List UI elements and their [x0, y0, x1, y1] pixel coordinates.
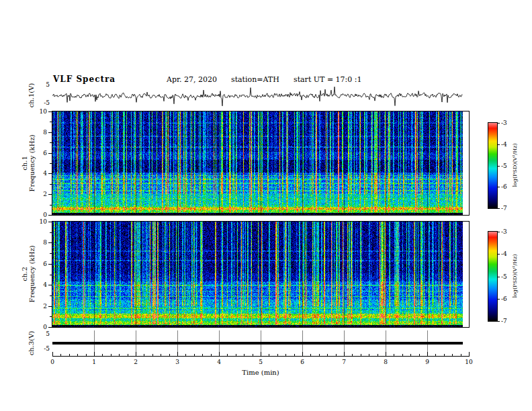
- ch1-voltage-axis-label: ch.1(V): [28, 83, 35, 108]
- x-minor-tick: [244, 354, 245, 356]
- ch1-colorbar-tick-label: -4: [501, 141, 513, 148]
- ch1-freq-tick-label: 0: [36, 212, 47, 218]
- ch3-minute-gridline: [261, 330, 261, 356]
- ch1-freq-major-tick: [48, 153, 52, 154]
- ch2-freq-minor-tick: [50, 253, 52, 254]
- x-minor-tick: [319, 354, 320, 356]
- ch2-colorbar-tick-label: -4: [501, 250, 513, 257]
- ch2-freq-minor-tick: [50, 232, 52, 233]
- x-minor-tick: [294, 354, 295, 356]
- ch2-colorbar-canvas: [488, 232, 497, 321]
- ch1-freq-minor-tick: [50, 163, 52, 164]
- figure-title: VLF Spectra: [53, 75, 116, 84]
- ch1-colorbar-frame: [488, 122, 498, 209]
- ch2-colorbar-tick-label: -3: [501, 228, 513, 235]
- ch2-colorbar-tick-label: -7: [501, 318, 513, 324]
- ch1-freq-major-tick: [48, 173, 52, 174]
- ch1-colorbar-tick: [497, 208, 500, 209]
- ch1-freq-minor-tick: [50, 205, 52, 205]
- x-tick-label: 7: [337, 359, 351, 365]
- ch2-freq-major-tick: [48, 285, 52, 285]
- x-minor-tick: [402, 354, 403, 356]
- ch2-colorbar-tick: [497, 299, 500, 300]
- x-minor-tick: [111, 354, 112, 356]
- ch3-voltage-axis-label: ch.3(V): [28, 331, 35, 356]
- ch1-spectrogram-canvas: [52, 111, 469, 215]
- ch1-freq-major-tick: [48, 215, 52, 216]
- ch1-voltage-ymin-label: -5: [38, 99, 50, 106]
- x-tick-label: 8: [379, 359, 392, 365]
- ch2-freq-minor-tick: [50, 275, 52, 275]
- x-minor-tick: [119, 354, 120, 356]
- ch2-spec-axis-label: ch.2 Frequency (kHz): [21, 245, 36, 302]
- ch2-freq-major-tick: [48, 327, 52, 328]
- ch1-spec-frequency-label: Frequency (kHz): [28, 134, 36, 191]
- x-axis-line: [52, 356, 470, 357]
- ch2-spec-channel-label: ch.2: [21, 245, 28, 302]
- x-minor-tick: [102, 354, 103, 356]
- vlf-spectra-figure: VLF Spectra Apr. 27, 2020 station=ATH st…: [0, 0, 532, 411]
- ch1-spec-channel-label: ch.1: [21, 134, 28, 191]
- ch3-minute-gridline: [302, 330, 303, 356]
- ch2-spectrogram-frame: [52, 221, 470, 328]
- x-major-tick: [469, 352, 470, 356]
- ch2-freq-minor-tick: [50, 316, 52, 317]
- x-minor-tick: [410, 354, 411, 356]
- x-minor-tick: [461, 354, 461, 356]
- ch2-freq-major-tick: [48, 264, 52, 265]
- ch1-colorbar-tick: [497, 144, 500, 145]
- x-minor-tick: [227, 354, 228, 356]
- x-tick-label: 9: [420, 359, 434, 365]
- ch1-spec-axis-label: ch.1 Frequency (kHz): [21, 134, 36, 191]
- x-minor-tick: [369, 354, 369, 356]
- ch1-freq-major-tick: [48, 111, 52, 112]
- ch3-minute-gridline: [177, 330, 178, 356]
- x-minor-tick: [352, 354, 353, 356]
- ch1-freq-tick-label: 8: [36, 129, 47, 136]
- ch2-colorbar-tick: [497, 254, 500, 255]
- ch3-minute-gridline: [219, 330, 220, 356]
- x-minor-tick: [77, 354, 78, 356]
- ch3-minute-gridline: [344, 330, 345, 356]
- x-minor-tick: [144, 354, 144, 356]
- x-minor-tick: [236, 354, 236, 356]
- ch1-freq-major-tick: [48, 132, 52, 133]
- x-minor-tick: [452, 354, 453, 356]
- ch2-spectrogram-canvas: [52, 222, 469, 327]
- x-minor-tick: [211, 354, 212, 356]
- ch3-minute-gridline: [136, 330, 136, 356]
- ch2-freq-major-tick: [48, 306, 52, 307]
- ch1-voltage-ymax-label: 5: [38, 81, 50, 88]
- x-minor-tick: [269, 354, 269, 356]
- x-minor-tick: [152, 354, 153, 356]
- ch2-colorbar-tick-label: -6: [501, 295, 513, 302]
- x-tick-label: 6: [296, 359, 309, 365]
- ch1-freq-major-tick: [48, 194, 52, 195]
- x-tick-label: 10: [462, 359, 476, 365]
- station-label: station=ATH: [231, 75, 279, 84]
- ch2-spec-frequency-label: Frequency (kHz): [28, 245, 36, 302]
- x-minor-tick: [361, 354, 361, 356]
- ch1-colorbar-tick-label: -7: [501, 205, 513, 212]
- x-minor-tick: [161, 354, 161, 356]
- ch2-colorbar-tick: [497, 321, 500, 322]
- ch2-freq-tick-label: 2: [36, 303, 47, 310]
- ch2-freq-tick-label: 10: [36, 218, 47, 225]
- ch3-minute-gridline: [427, 330, 428, 356]
- ch1-freq-tick-label: 10: [36, 108, 47, 115]
- x-minor-tick: [394, 354, 394, 356]
- x-tick-label: 1: [87, 359, 101, 365]
- x-minor-tick: [435, 354, 436, 356]
- ch3-minute-gridline: [94, 330, 95, 356]
- ch3-minute-gridline: [386, 330, 386, 356]
- x-minor-tick: [419, 354, 420, 356]
- x-minor-tick: [327, 354, 328, 356]
- ch2-colorbar-frame: [488, 231, 498, 322]
- x-tick-label: 3: [171, 359, 184, 365]
- x-minor-tick: [336, 354, 337, 356]
- x-minor-tick: [202, 354, 203, 356]
- ch1-freq-minor-tick: [50, 122, 52, 122]
- x-minor-tick: [194, 354, 195, 356]
- x-minor-tick: [185, 354, 186, 356]
- ch3-voltage-ymax-label: 5: [38, 330, 50, 337]
